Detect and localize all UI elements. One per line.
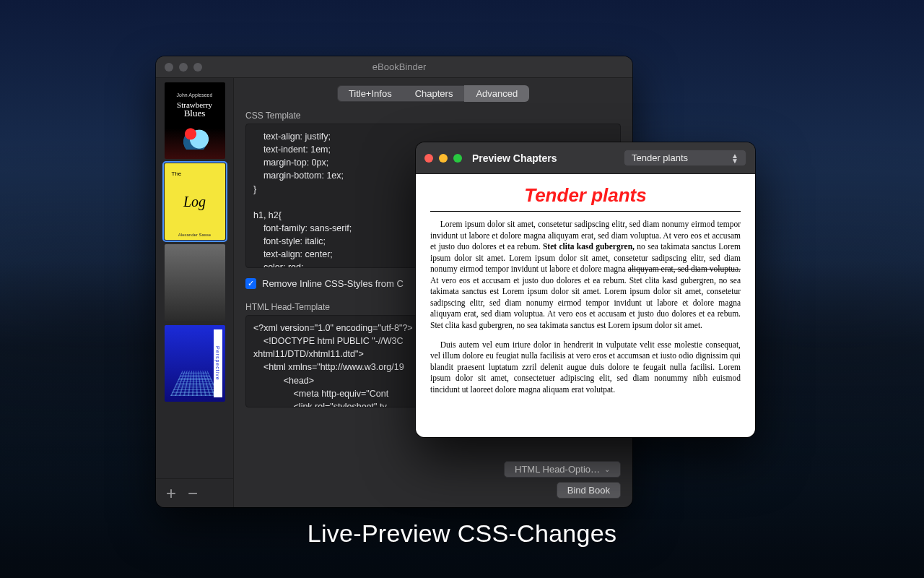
preview-text-bold: Stet clita kasd gubergren, [543, 242, 637, 251]
books-sidebar: John Appleseed Strawberry Blues The Log … [156, 78, 234, 507]
main-window-title: eBookBinder [175, 61, 624, 72]
preview-titlebar[interactable]: Preview Chapters Tender plants ▲▼ [416, 142, 755, 174]
bottom-button-row: HTML Head-Optio… ⌄ [245, 461, 621, 478]
remove-inline-css-checkbox[interactable]: ✓ [245, 278, 256, 289]
book-author: John Appleseed [177, 92, 213, 98]
tab-title-infos[interactable]: Title+Infos [337, 85, 404, 102]
chapter-select[interactable]: Tender plants ▲▼ [624, 150, 746, 166]
remove-inline-css-label: Remove Inline CSS-Styles from C [262, 278, 404, 289]
book-title: Perspective [214, 329, 222, 397]
html-head-options-label: HTML Head-Optio… [515, 464, 600, 475]
main-titlebar[interactable]: eBookBinder [156, 56, 632, 78]
tab-bar: Title+Infos Chapters Advanced [337, 85, 529, 102]
tab-advanced[interactable]: Advanced [464, 85, 529, 102]
remove-book-button[interactable]: − [188, 483, 198, 504]
close-icon[interactable] [165, 63, 173, 72]
bind-row: Bind Book [245, 482, 621, 499]
book-title-line2: Blues [184, 108, 206, 119]
book-art [173, 124, 217, 150]
book-author: Alexander Sasse [178, 233, 211, 237]
book-cover-strawberry-blues[interactable]: John Appleseed Strawberry Blues [165, 82, 225, 159]
preview-window-title: Preview Chapters [472, 152, 557, 164]
tab-chapters[interactable]: Chapters [404, 85, 465, 102]
bind-book-button[interactable]: Bind Book [557, 482, 621, 499]
bind-book-label: Bind Book [567, 485, 610, 496]
books-list: John Appleseed Strawberry Blues The Log … [156, 78, 233, 478]
html-head-options-button[interactable]: HTML Head-Optio… ⌄ [504, 461, 621, 478]
book-the: The [172, 171, 182, 177]
book-cover-untitled[interactable] [165, 244, 225, 321]
chevron-down-icon: ⌄ [604, 465, 610, 473]
preview-heading: Tender plants [430, 184, 741, 212]
updown-icon: ▲▼ [731, 153, 738, 163]
preview-traffic-lights [424, 154, 462, 163]
minimize-icon[interactable] [439, 154, 448, 163]
preview-chapters-window: Preview Chapters Tender plants ▲▼ Tender… [416, 142, 755, 437]
preview-paragraph-2: Duis autem vel eum iriure dolor in hendr… [430, 340, 741, 396]
zoom-icon[interactable] [453, 154, 462, 163]
book-title: Log [183, 194, 206, 210]
preview-text: At vero eos et accusam et justo duo dolo… [430, 276, 741, 329]
close-icon[interactable] [424, 154, 433, 163]
book-cover-perspective[interactable]: Perspective [165, 325, 225, 402]
css-template-label: CSS Template [245, 111, 621, 121]
preview-body: Tender plants Lorem ipsum dolor sit amet… [416, 174, 755, 437]
preview-paragraph-1: Lorem ipsum dolor sit amet, consetetur s… [430, 219, 741, 331]
preview-text-strike: aliquyam erat, sed diam voluptua. [628, 264, 741, 273]
sidebar-footer: + − [156, 478, 233, 507]
add-book-button[interactable]: + [166, 483, 176, 504]
marketing-caption: Live-Preview CSS-Changes [0, 519, 924, 548]
chapter-select-value: Tender plants [632, 152, 688, 163]
book-cover-the-log[interactable]: The Log Alexander Sasse [165, 163, 225, 240]
